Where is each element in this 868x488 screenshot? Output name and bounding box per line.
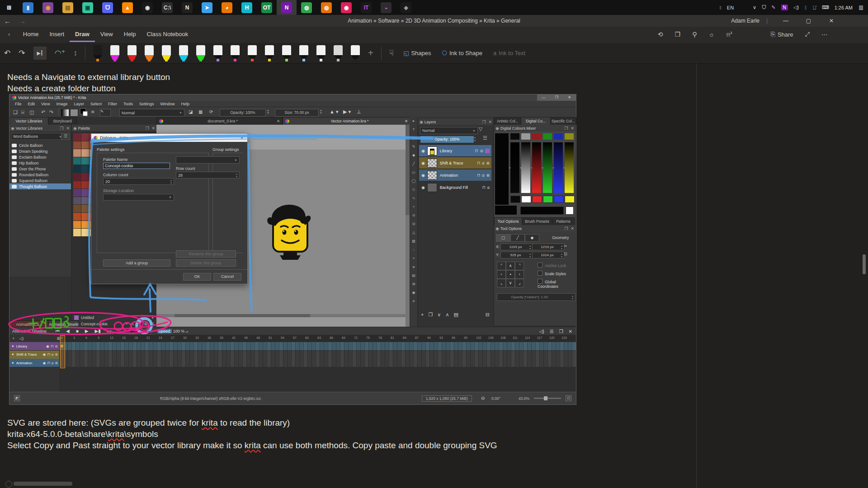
toolbox-tool-5[interactable]: ╱ xyxy=(410,162,417,166)
undo-icon[interactable]: ↶ xyxy=(4,48,10,58)
pen-tool-9[interactable] xyxy=(246,45,258,61)
menu-help[interactable]: Help xyxy=(181,102,190,106)
more-options-icon[interactable]: ⋯ xyxy=(821,31,827,38)
checkbox-anchor-lock[interactable]: Anchor Lock xyxy=(538,263,566,268)
mixer-top-swatch[interactable] xyxy=(532,133,541,140)
mixer-tab-0[interactable]: Artistic Col... xyxy=(494,117,521,125)
ribbon-tab-insert[interactable]: Insert xyxy=(44,27,70,41)
onion-skin-icon[interactable]: ⊛ xyxy=(486,161,490,165)
tool-options-tab-0[interactable]: Tool Options xyxy=(494,217,522,225)
ink-to-shape-button[interactable]: ⎔ Ink to Shape xyxy=(442,50,482,56)
row-count-spinbox[interactable]: 28▴▾ xyxy=(176,172,240,178)
layer-row-library[interactable]: ◉Library⊓⊘ xyxy=(419,145,491,156)
save-icon[interactable]: ◫ xyxy=(29,109,34,115)
add-pen-icon[interactable]: + xyxy=(368,48,373,58)
palette-swatch[interactable] xyxy=(81,181,89,189)
mixer-slider-handle[interactable]: ◂ xyxy=(520,166,522,169)
link-dimensions-icon[interactable]: ∞ xyxy=(564,244,566,248)
selection-mode-icon[interactable]: ◩ xyxy=(14,395,20,401)
toolbox-tool-21[interactable]: # xyxy=(410,299,417,303)
zoom-fit-icon[interactable]: ⊡ xyxy=(566,395,571,401)
close-button[interactable]: ✕ xyxy=(829,18,834,24)
ribbon-tab-class-notebook[interactable]: Class Notebook xyxy=(142,27,194,41)
move-layer-up-icon[interactable]: ∧ xyxy=(445,312,449,318)
palette-swatch[interactable] xyxy=(81,205,89,212)
tray-speaker-icon[interactable]: ◁) xyxy=(793,5,799,10)
add-layer-icon[interactable]: + xyxy=(421,312,424,317)
layer-visibility-icon[interactable]: ◉ xyxy=(421,161,425,165)
mixer-gradient-slider[interactable] xyxy=(565,142,574,193)
mixer-top-swatch[interactable] xyxy=(543,133,552,140)
ribbon-collapse-icon[interactable]: ‹ xyxy=(0,27,15,41)
doc-tab-vector-animation[interactable]: Vector Animation.kra *✕ xyxy=(283,117,410,125)
blend-mode-dropdown[interactable]: Normal▼ xyxy=(119,109,184,117)
taskbar-icon-file-explorer[interactable]: ▤ xyxy=(58,0,78,15)
mixer-slider-handle[interactable]: ◂ xyxy=(542,166,544,169)
palette-swatch[interactable] xyxy=(81,229,89,236)
note-bottom-line-3[interactable]: Select Copy and Past straight to your ve… xyxy=(7,441,497,450)
column-count-spinbox[interactable]: 20▴▾ xyxy=(103,178,174,185)
toolbox-tool-9[interactable]: ∿ xyxy=(410,196,417,200)
geometry-mode-tab-2[interactable]: ◆ xyxy=(525,234,539,242)
krita-maximize-button[interactable]: ❐ xyxy=(550,94,563,101)
sync-icon[interactable]: ⟲ xyxy=(658,31,663,38)
clock[interactable]: 1:26 AM xyxy=(835,5,853,10)
mixer-top-swatch[interactable] xyxy=(565,133,574,140)
alpha-icon[interactable]: α xyxy=(482,161,484,165)
menu-view[interactable]: View xyxy=(41,102,50,106)
gradient-chooser-icon[interactable] xyxy=(61,109,69,117)
list-item-dream-speaking[interactable]: Dream Speaking xyxy=(9,148,71,154)
taskbar-icon-blue-arrow-app[interactable]: ➤ xyxy=(197,0,217,15)
palette-swatch[interactable] xyxy=(81,141,89,149)
tool-options-tab-2[interactable]: Patterns xyxy=(552,217,575,225)
toolbox-tool-13[interactable]: △ xyxy=(410,230,417,235)
library-menu-icon[interactable]: ☰ xyxy=(61,133,70,140)
palette-swatch[interactable] xyxy=(73,173,81,181)
taskbar-icon-opentoonz[interactable]: OT xyxy=(257,0,277,15)
mixer-slider-handle[interactable]: ◂ xyxy=(509,166,511,169)
canvas-hscroll-thumb[interactable] xyxy=(175,314,310,317)
brush-editor-icon[interactable]: ✎ xyxy=(100,109,111,117)
menu-select[interactable]: Select xyxy=(90,102,102,106)
palette-swatch[interactable] xyxy=(81,189,89,197)
float-docker-icon[interactable]: ❐ xyxy=(564,126,568,131)
anchor-button-6[interactable]: ⌞ xyxy=(497,279,506,287)
copy-page-icon[interactable]: ❐ xyxy=(675,31,681,38)
palette-swatch[interactable] xyxy=(73,141,81,149)
reload-preset-icon[interactable]: ⟳ xyxy=(209,109,213,114)
mixer-bottom-swatch[interactable] xyxy=(565,196,575,203)
pin-icon[interactable]: ✦ xyxy=(11,361,14,365)
toolbox-tool-11[interactable]: ⊙ xyxy=(410,213,417,217)
geometry-y2[interactable]: 1014 px▴▾ xyxy=(532,252,565,258)
checkbox-global-coordinates[interactable]: Global Coordinates xyxy=(538,279,576,289)
menu-tools[interactable]: Tools xyxy=(123,102,133,106)
layers-blend-dropdown[interactable]: Normal▼ xyxy=(420,127,478,134)
toolbox-tool-12[interactable]: ⊡ xyxy=(410,222,417,226)
rotation-reset-icon[interactable]: ⊖ xyxy=(481,395,485,401)
timeline-settings-icon[interactable]: ⊞ xyxy=(57,336,60,341)
toolbox-tool-2[interactable]: ▢ xyxy=(410,136,417,140)
palette-swatch[interactable] xyxy=(73,181,81,189)
zoom-slider[interactable] xyxy=(534,398,561,399)
mixer-top-swatch[interactable] xyxy=(554,133,563,140)
crop-guides-icon[interactable]: ⊥ xyxy=(357,109,361,115)
anchor-button-3[interactable]: ‹ xyxy=(497,270,506,279)
mirror-icon[interactable]: ▲ ▾ xyxy=(330,109,338,115)
anchor-button-8[interactable]: ⌟ xyxy=(515,279,524,287)
ok-button[interactable]: OK xyxy=(183,273,211,281)
palette-swatch[interactable] xyxy=(81,221,89,229)
close-tab-icon[interactable]: ✕ xyxy=(405,117,408,125)
nav-back-icon[interactable]: ← xyxy=(4,17,11,25)
add-keyframe-icon[interactable]: + xyxy=(12,336,14,341)
ribbon-tab-help[interactable]: Help xyxy=(118,27,142,41)
nav-forward-icon[interactable]: → xyxy=(19,17,26,25)
tab-vector-libraries[interactable]: Vector Libraries xyxy=(9,117,48,125)
layer-visibility-icon[interactable]: ◉ xyxy=(421,173,425,178)
pen-tool-15[interactable] xyxy=(349,45,361,61)
highlighter-tool-2[interactable] xyxy=(126,45,138,61)
fg-bg-color-icon[interactable] xyxy=(80,108,88,116)
highlighter-tool-6[interactable] xyxy=(195,45,207,61)
ribbon-tab-home[interactable]: Home xyxy=(18,27,44,41)
opacity-varies-dropdown[interactable]: Opacity [*varies*]: 1.00▴▾ xyxy=(497,293,576,301)
notification-center-icon[interactable]: 🗏 xyxy=(858,4,864,11)
